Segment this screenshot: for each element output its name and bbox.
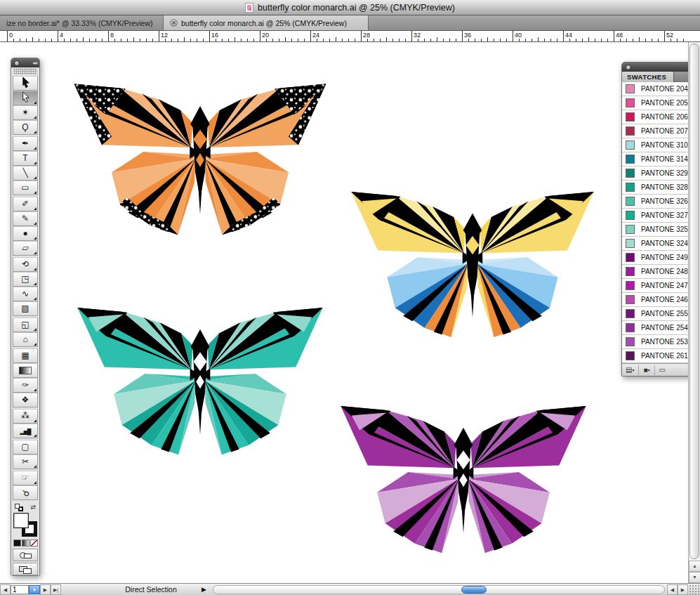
tool-blend-tool[interactable]: ❖ — [13, 393, 38, 407]
swap-fill-stroke-button[interactable]: ⇄ — [30, 504, 36, 512]
status-menu-arrow[interactable]: ▶ — [202, 586, 206, 593]
swatch-color-chip[interactable] — [626, 140, 635, 150]
palette-grip[interactable] — [13, 68, 37, 74]
swatch-color-chip[interactable] — [626, 281, 635, 290]
swatch-color-chip[interactable] — [626, 253, 635, 262]
swatch-label: PANTONE 246 C — [641, 296, 695, 303]
tool-direct-selection-tool[interactable] — [13, 91, 38, 105]
swatch-color-chip[interactable] — [626, 169, 635, 178]
tool-lasso-tool[interactable]: Ϙ — [13, 120, 38, 135]
ruler-tick — [266, 39, 267, 41]
swatch-color-chip[interactable] — [626, 267, 635, 276]
purple-butterfly[interactable] — [329, 391, 598, 556]
swatch-color-chip[interactable] — [626, 197, 635, 206]
palette-close-button[interactable] — [14, 60, 20, 66]
tool-artboard-tool[interactable]: ▢ — [13, 440, 38, 455]
swatch-color-chip[interactable] — [626, 323, 635, 332]
tool-hand-tool[interactable]: ☞ — [13, 471, 38, 485]
eraser-icon: ▱ — [22, 242, 28, 255]
swatch-color-chip[interactable] — [626, 337, 635, 346]
mesh-icon: ▦ — [21, 349, 29, 362]
tab-size-no-border[interactable]: ize no border.ai* @ 33.33% (CMYK/Preview… — [0, 15, 164, 30]
swatch-color-chip[interactable] — [626, 98, 635, 107]
swatch-color-chip[interactable] — [626, 295, 635, 304]
tool-eraser-tool[interactable]: ▱ — [13, 241, 38, 256]
tool-zoom-tool[interactable]: ⚲ — [13, 485, 38, 500]
tool-pen-tool[interactable]: ✒ — [13, 136, 38, 151]
tool-slice-tool[interactable]: ✂ — [13, 455, 38, 469]
vertical-scrollbar[interactable]: ▲ ▼ — [688, 42, 700, 583]
ruler-unit-label: 4 — [60, 32, 63, 39]
tool-mesh-tool[interactable]: ▦ — [13, 348, 38, 363]
ruler-tick — [380, 39, 381, 41]
tool-rectangle-tool[interactable]: ▭ — [13, 181, 38, 195]
swatches-close-button[interactable] — [626, 65, 631, 70]
artboard-dropdown[interactable]: ▼ — [29, 585, 40, 594]
swatch-color-chip[interactable] — [626, 155, 635, 164]
vertical-scrollbar-thumb[interactable] — [689, 44, 699, 559]
none-button[interactable] — [30, 540, 38, 547]
swatch-color-chip[interactable] — [626, 84, 635, 93]
swatch-color-chip[interactable] — [626, 351, 635, 360]
tool-width-tool[interactable]: ∿ — [13, 287, 38, 301]
artboard-number-field[interactable] — [11, 585, 29, 594]
tab-close-icon[interactable]: ✕ — [170, 19, 178, 27]
default-fill-stroke-button[interactable] — [15, 504, 23, 511]
tool-line-segment-tool[interactable]: ╲ — [13, 166, 38, 181]
swatch-color-chip[interactable] — [626, 211, 635, 220]
tool-eyedropper-tool[interactable]: ✑ — [13, 378, 38, 393]
first-artboard-button[interactable]: ◀ — [0, 584, 11, 595]
tool-selection-tool[interactable] — [13, 76, 38, 91]
next-artboard-button[interactable]: ▶ — [40, 584, 51, 595]
yellow-swallowtail-butterfly[interactable] — [339, 174, 606, 343]
swatch-color-chip[interactable] — [626, 183, 635, 192]
tool-symbol-sprayer-tool[interactable]: ⁂ — [13, 409, 38, 424]
swatch-color-chip[interactable] — [626, 239, 635, 248]
swatch-color-chip[interactable] — [626, 126, 635, 136]
fill-stroke-mini-controls: ⇄ — [11, 502, 39, 512]
monarch-orange-butterfly[interactable] — [62, 69, 338, 237]
tool-shape-builder-tool[interactable]: ◱ — [13, 318, 38, 332]
gradient-button[interactable] — [22, 540, 29, 547]
fill-stroke-indicator[interactable] — [13, 512, 38, 537]
tool-perspective-grid-tool[interactable]: ⌂ — [13, 332, 38, 347]
teal-butterfly[interactable] — [65, 292, 335, 458]
swatch-color-chip[interactable] — [626, 309, 635, 318]
color-button[interactable] — [13, 540, 21, 547]
last-artboard-button[interactable]: ▶| — [51, 584, 61, 595]
drawing-mode-button[interactable] — [13, 549, 38, 561]
scroll-up-button[interactable]: ▲ — [689, 561, 700, 572]
scroll-right-button[interactable]: ▶ — [678, 584, 688, 595]
ruler-tick — [279, 39, 279, 41]
artboard-canvas[interactable] — [0, 42, 688, 583]
screen-mode-button[interactable] — [13, 563, 38, 575]
tool-column-graph-tool[interactable]: ▂▅█ — [13, 424, 38, 438]
window-resize-grip[interactable] — [688, 584, 700, 595]
tool-gradient-tool[interactable] — [13, 363, 38, 378]
horizontal-scrollbar[interactable] — [213, 585, 665, 594]
swatch-color-chip[interactable] — [626, 112, 635, 122]
palette-header[interactable]: ◂◂ — [11, 58, 39, 67]
tab-butterfly-color-monarch[interactable]: ✕ butterfly color monarch.ai @ 25% (CMYK… — [164, 15, 369, 30]
swatch-color-chip[interactable] — [626, 225, 635, 234]
palette-collapse-icon[interactable]: ◂◂ — [32, 60, 37, 66]
fill-swatch[interactable] — [13, 513, 29, 528]
swatches-tab[interactable]: SWATCHES — [622, 72, 674, 82]
swatch-options-button[interactable]: ▭ — [659, 365, 670, 375]
show-swatch-kinds-button[interactable]: ■▾ — [643, 365, 654, 375]
scroll-left-button[interactable]: ◀ — [667, 584, 678, 595]
tool-pencil-tool[interactable]: ✎ — [13, 211, 38, 226]
swatch-libraries-menu-button[interactable]: ▤▾ — [626, 365, 639, 375]
tool-rotate-tool[interactable]: ⟲ — [13, 257, 38, 272]
scroll-down-button[interactable]: ▼ — [689, 572, 700, 583]
tool-paintbrush-tool[interactable]: ✐ — [13, 197, 38, 211]
tool-scale-tool[interactable]: ◳ — [13, 272, 38, 287]
selection-arrow-icon — [20, 77, 31, 89]
ruler-tick — [32, 37, 33, 41]
tool-type-tool[interactable]: T — [13, 151, 38, 166]
ruler-tick — [20, 39, 20, 41]
tool-blob-brush-tool[interactable]: ● — [13, 226, 38, 241]
tool-magic-wand-tool[interactable]: ✶ — [13, 105, 38, 120]
tool-free-transform-tool[interactable]: ▧ — [13, 301, 38, 316]
horizontal-scrollbar-thumb[interactable] — [461, 586, 487, 594]
